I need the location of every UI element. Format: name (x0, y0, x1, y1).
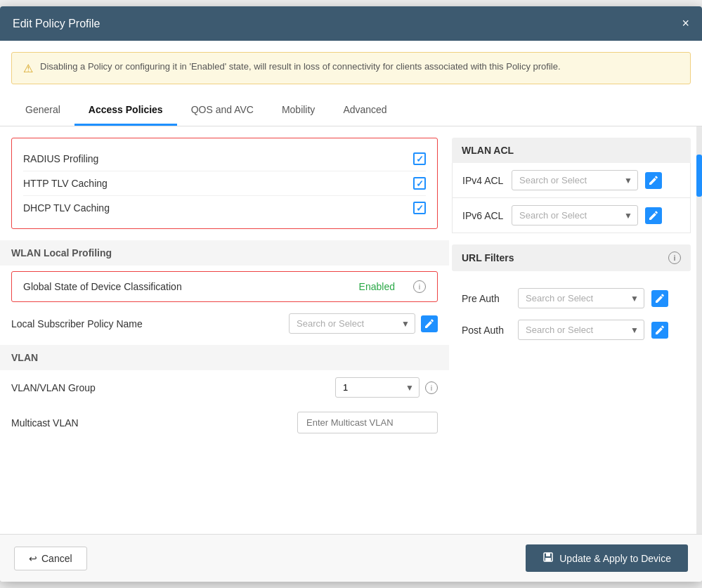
cancel-icon: ↩ (29, 553, 37, 564)
modal-header: Edit Policy Profile × (0, 6, 702, 41)
radius-profiling-checkbox[interactable] (413, 152, 426, 165)
global-state-info-icon[interactable]: i (413, 280, 426, 293)
wlan-acl-section: WLAN ACL IPv4 ACL Search or Select ▼ IPv… (452, 138, 691, 233)
ipv6-acl-label: IPv6 ACL (462, 210, 505, 221)
ipv4-acl-label: IPv4 ACL (462, 175, 505, 186)
modal-title: Edit Policy Profile (13, 18, 100, 30)
right-panel: WLAN ACL IPv4 ACL Search or Select ▼ IPv… (452, 138, 691, 523)
local-subscriber-edit-icon[interactable] (421, 315, 438, 332)
pre-auth-edit-icon[interactable] (651, 290, 668, 307)
ipv6-acl-select-wrapper: Search or Select ▼ (512, 205, 638, 226)
warning-icon: ⚠ (23, 62, 33, 75)
post-auth-edit-icon[interactable] (651, 322, 668, 339)
tab-qos-avc[interactable]: QOS and AVC (177, 96, 268, 126)
left-panel: RADIUS Profiling HTTP TLV Caching DHCP T… (11, 138, 438, 523)
profiling-section: RADIUS Profiling HTTP TLV Caching DHCP T… (11, 138, 438, 229)
content-area: RADIUS Profiling HTTP TLV Caching DHCP T… (0, 126, 702, 534)
tab-general[interactable]: General (11, 96, 74, 126)
vlan-select-wrapper: 1 ▼ (335, 377, 420, 398)
local-subscriber-select-wrapper: Search or Select ▼ (289, 313, 415, 334)
http-tlv-label: HTTP TLV Caching (23, 178, 108, 189)
post-auth-select[interactable]: Search or Select (518, 320, 644, 340)
ipv4-acl-select-wrapper: Search or Select ▼ (512, 170, 638, 190)
dhcp-tlv-checkbox[interactable] (413, 202, 426, 214)
close-button[interactable]: × (682, 16, 689, 31)
alert-banner: ⚠ Disabling a Policy or configuring it i… (11, 52, 691, 84)
ipv6-edit-icon[interactable] (645, 207, 662, 224)
svg-rect-1 (546, 553, 550, 556)
scrollbar-track[interactable] (696, 126, 702, 534)
update-apply-button[interactable]: Update & Apply to Device (526, 544, 688, 572)
global-state-value: Enabled (359, 281, 395, 292)
ipv6-acl-row: IPv6 ACL Search or Select ▼ (452, 198, 691, 233)
http-tlv-row: HTTP TLV Caching (23, 171, 426, 196)
vlan-group-row: VLAN/VLAN Group 1 ▼ i (11, 370, 438, 405)
radius-profiling-label: RADIUS Profiling (23, 153, 98, 164)
local-subscriber-label: Local Subscriber Policy Name (11, 318, 283, 329)
wlan-acl-header: WLAN ACL (452, 138, 691, 163)
edit-policy-modal: Edit Policy Profile × ⚠ Disabling a Poli… (0, 6, 702, 582)
save-icon (542, 551, 554, 565)
vlan-info-icon[interactable]: i (425, 381, 438, 394)
url-filters-section: URL Filters i (452, 244, 691, 271)
tab-mobility[interactable]: Mobility (268, 96, 329, 126)
tab-advanced[interactable]: Advanced (329, 96, 401, 126)
ipv4-acl-row: IPv4 ACL Search or Select ▼ (452, 163, 691, 198)
pre-auth-row: Pre Auth Search or Select ▼ (452, 282, 691, 314)
ipv6-acl-select[interactable]: Search or Select (512, 205, 638, 226)
scrollbar-thumb[interactable] (696, 155, 702, 197)
pre-auth-select[interactable]: Search or Select (518, 288, 644, 308)
dhcp-tlv-row: DHCP TLV Caching (23, 196, 426, 220)
cancel-button[interactable]: ↩ Cancel (14, 547, 87, 570)
url-filters-info-icon[interactable]: i (668, 251, 681, 264)
tab-bar: General Access Policies QOS and AVC Mobi… (0, 96, 702, 126)
pre-auth-label: Pre Auth (462, 293, 511, 304)
post-auth-select-wrapper: Search or Select ▼ (518, 320, 644, 340)
vlan-group-label: VLAN/VLAN Group (11, 382, 330, 393)
multicast-vlan-label: Multicast VLAN (11, 417, 292, 429)
tab-access-policies[interactable]: Access Policies (74, 96, 177, 126)
global-state-box: Global State of Device Classification En… (11, 271, 438, 302)
post-auth-label: Post Auth (462, 325, 511, 336)
multicast-vlan-input[interactable] (297, 412, 438, 433)
ipv4-edit-icon[interactable] (645, 172, 662, 189)
global-state-label: Global State of Device Classification (23, 281, 345, 292)
pre-auth-select-wrapper: Search or Select ▼ (518, 288, 644, 308)
http-tlv-checkbox[interactable] (413, 177, 426, 190)
radius-profiling-row: RADIUS Profiling (23, 147, 426, 171)
local-subscriber-select[interactable]: Search or Select (289, 313, 415, 334)
modal-footer: ↩ Cancel Update & Apply to Device (0, 534, 702, 582)
alert-text: Disabling a Policy or configuring it in … (40, 61, 561, 72)
local-subscriber-row: Local Subscriber Policy Name Search or S… (11, 308, 438, 339)
multicast-vlan-row: Multicast VLAN (11, 405, 438, 440)
ipv4-acl-select[interactable]: Search or Select (512, 170, 638, 190)
svg-rect-2 (545, 558, 551, 561)
wlan-local-section-header: WLAN Local Profiling (0, 240, 449, 266)
vlan-section-header: VLAN (0, 345, 449, 370)
vlan-group-select[interactable]: 1 (335, 377, 420, 398)
url-filters-header: URL Filters i (452, 244, 691, 271)
dhcp-tlv-label: DHCP TLV Caching (23, 202, 110, 214)
post-auth-row: Post Auth Search or Select ▼ (452, 314, 691, 346)
